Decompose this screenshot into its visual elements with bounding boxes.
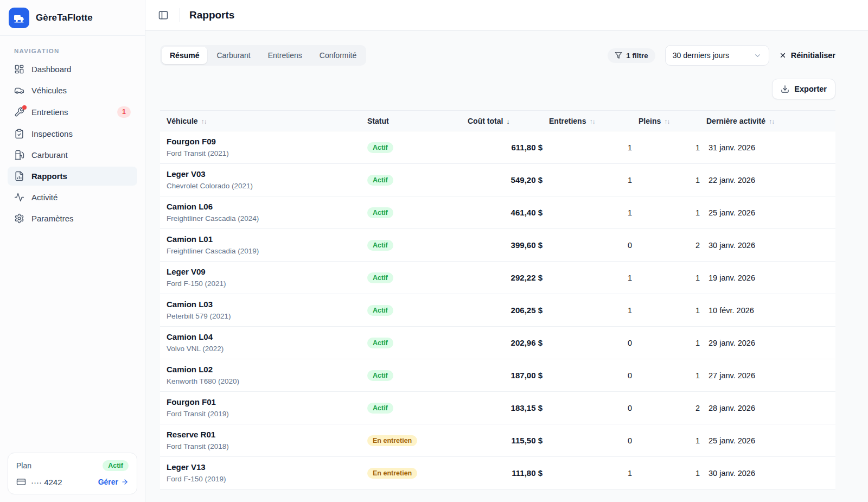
sort-icon: ↑↓ xyxy=(201,118,207,125)
sidebar-nav: DashboardVéhiculesEntretiens1Inspections… xyxy=(0,60,145,228)
vehicle-model: Ford Transit (2018) xyxy=(167,441,361,452)
manage-plan-link[interactable]: Gérer xyxy=(98,478,129,486)
panel-left-icon xyxy=(158,10,169,21)
total-cost: 399,60 $ xyxy=(511,240,542,250)
sidebar-item-label: Paramètres xyxy=(31,214,74,223)
alert-dot xyxy=(22,105,27,110)
table-row[interactable]: Camion L03Peterbilt 579 (2021)Actif206,2… xyxy=(160,294,835,327)
export-button[interactable]: Exporter xyxy=(772,79,835,99)
vehicle-name: Camion L04 xyxy=(167,332,361,342)
nav-count-badge: 1 xyxy=(117,106,131,118)
plan-status-badge: Actif xyxy=(103,460,129,471)
table-row[interactable]: Camion L04Volvo VNL (2022)Actif202,96 $0… xyxy=(160,327,835,359)
column-header-derniere-activite[interactable]: Dernière activité↑↓ xyxy=(700,111,835,131)
sidebar-item-vehicules[interactable]: Véhicules xyxy=(8,81,137,100)
maintenance-count: 1 xyxy=(542,131,632,164)
total-cost: 202,96 $ xyxy=(511,338,542,347)
nav-section-label: NAVIGATION xyxy=(0,36,145,60)
page-title: Rapports xyxy=(189,9,234,21)
sidebar-item-label: Activité xyxy=(31,193,58,202)
tab-conformite[interactable]: Conformité xyxy=(311,47,365,64)
last-activity-date: 30 janv. 2026 xyxy=(700,229,835,262)
column-header-entretiens[interactable]: Entretiens↑↓ xyxy=(542,111,632,131)
vehicle-name: Camion L06 xyxy=(167,201,361,212)
sidebar-item-activite[interactable]: Activité xyxy=(8,188,137,207)
column-header-vehicule[interactable]: Véhicule↑↓ xyxy=(160,111,361,131)
column-header-cout-total[interactable]: Coût total↓ xyxy=(461,111,542,131)
total-cost: 111,80 $ xyxy=(512,468,542,478)
gear-icon xyxy=(14,213,24,224)
report-tabs: RésuméCarburantEntretiensConformité xyxy=(160,45,366,66)
column-label: Pleins xyxy=(639,117,661,125)
vehicle-name: Camion L01 xyxy=(167,234,361,245)
tab-carburant[interactable]: Carburant xyxy=(208,47,258,64)
tab-entretiens[interactable]: Entretiens xyxy=(260,47,310,64)
table-row[interactable]: Fourgon F09Ford Transit (2021)Actif611,8… xyxy=(160,131,835,164)
sidebar-item-carburant[interactable]: Carburant xyxy=(8,145,137,164)
tab-resume[interactable]: Résumé xyxy=(162,47,207,64)
sidebar-item-inspections[interactable]: Inspections xyxy=(8,124,137,143)
plan-label: Plan xyxy=(16,461,31,470)
status-badge: Actif xyxy=(367,370,393,381)
table-row[interactable]: Leger V13Ford F-150 (2019)En entretien11… xyxy=(160,457,835,490)
total-cost: 115,50 $ xyxy=(511,436,542,445)
table-row[interactable]: Camion L01Freightliner Cascadia (2019)Ac… xyxy=(160,229,835,262)
reset-filters-button[interactable]: Réinitialiser xyxy=(779,51,835,60)
last-activity-date: 22 janv. 2026 xyxy=(700,164,835,196)
last-activity-date: 10 févr. 2026 xyxy=(700,294,835,327)
sidebar-item-rapports[interactable]: Rapports xyxy=(8,167,137,186)
maintenance-count: 0 xyxy=(542,327,632,359)
sidebar-item-label: Entretiens xyxy=(31,107,68,117)
vehicles-report-table: Véhicule↑↓StatutCoût total↓Entretiens↑↓P… xyxy=(160,110,835,490)
clipboard-icon xyxy=(14,129,24,139)
maintenance-count: 1 xyxy=(542,294,632,327)
status-badge: Actif xyxy=(367,272,393,283)
last-activity-date: 25 janv. 2026 xyxy=(700,424,835,457)
maintenance-count: 1 xyxy=(542,262,632,294)
total-cost: 549,20 $ xyxy=(511,175,542,185)
last-activity-date: 19 janv. 2026 xyxy=(700,262,835,294)
column-header-pleins[interactable]: Pleins↑↓ xyxy=(632,111,700,131)
table-row[interactable]: Reserve R01Ford Transit (2018)En entreti… xyxy=(160,424,835,457)
filter-count-chip[interactable]: 1 filtre xyxy=(608,48,655,63)
sidebar-item-dashboard[interactable]: Dashboard xyxy=(8,60,137,79)
activity-icon xyxy=(14,192,24,202)
fills-count: 1 xyxy=(632,327,700,359)
table-row[interactable]: Leger V03Chevrolet Colorado (2021)Actif5… xyxy=(160,164,835,196)
topbar: Rapports xyxy=(145,0,868,31)
table-row[interactable]: Fourgon F01Ford Transit (2019)Actif183,1… xyxy=(160,392,835,424)
table-row[interactable]: Leger V09Ford F-150 (2021)Actif292,22 $1… xyxy=(160,262,835,294)
vehicle-name: Reserve R01 xyxy=(167,429,361,440)
sidebar-item-label: Dashboard xyxy=(31,65,71,74)
total-cost: 611,80 $ xyxy=(511,143,542,152)
sidebar-item-label: Véhicules xyxy=(31,86,67,95)
app-name: GèreTaFlotte xyxy=(36,12,93,23)
fills-count: 2 xyxy=(632,392,700,424)
plan-card: Plan Actif ···· 4242 Gérer xyxy=(8,453,137,494)
status-badge: Actif xyxy=(367,175,393,186)
period-select[interactable]: 30 derniers jours xyxy=(665,45,769,66)
total-cost: 183,15 $ xyxy=(511,403,542,412)
vehicle-model: Freightliner Cascadia (2019) xyxy=(167,246,361,256)
last-activity-date: 29 janv. 2026 xyxy=(700,327,835,359)
sort-icon: ↑↓ xyxy=(664,118,669,125)
column-label: Statut xyxy=(367,117,389,125)
table-row[interactable]: Camion L02Kenworth T680 (2020)Actif187,0… xyxy=(160,359,835,392)
vehicle-name: Camion L02 xyxy=(167,364,361,375)
table-row[interactable]: Camion L06Freightliner Cascadia (2024)Ac… xyxy=(160,196,835,229)
wrench-icon xyxy=(14,107,24,117)
total-cost: 206,25 $ xyxy=(511,306,542,315)
last-activity-date: 25 janv. 2026 xyxy=(700,196,835,229)
fills-count: 1 xyxy=(632,359,700,392)
sidebar-item-entretiens[interactable]: Entretiens1 xyxy=(8,102,137,122)
sidebar-item-parametres[interactable]: Paramètres xyxy=(8,209,137,228)
status-badge: Actif xyxy=(367,305,393,316)
sidebar-item-label: Carburant xyxy=(31,150,68,160)
fills-count: 1 xyxy=(632,164,700,196)
status-badge: Actif xyxy=(367,403,393,414)
sidebar-toggle-button[interactable] xyxy=(154,6,173,24)
total-cost: 187,00 $ xyxy=(511,371,542,380)
vehicle-model: Ford F-150 (2019) xyxy=(167,474,361,484)
maintenance-count: 0 xyxy=(542,359,632,392)
chevron-down-icon xyxy=(754,52,762,60)
